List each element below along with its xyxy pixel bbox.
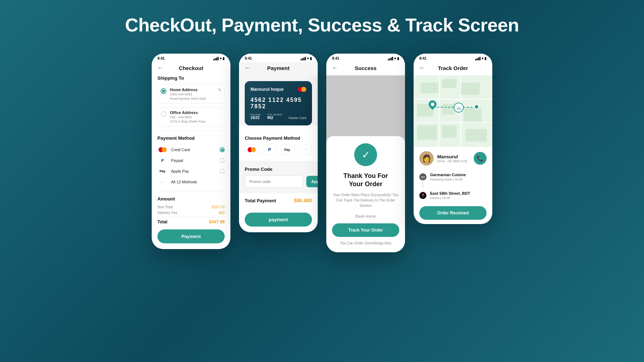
call-button[interactable]: 📞 [474, 152, 487, 165]
payment-method-applepay[interactable]: Pay Apple Pay [157, 166, 225, 177]
payment-btn-more[interactable]: ··· [298, 144, 312, 155]
battery-icon: ▮ [223, 56, 225, 60]
page-title: CheckOut, Payment, Success & Track Scree… [125, 14, 519, 36]
card-cvc-label: CVC Number [267, 113, 282, 116]
signal-icon-success [388, 57, 393, 60]
success-check-icon: ✓ [354, 143, 377, 166]
payment-btn-mastercard[interactable] [245, 144, 259, 155]
back-button-checkout[interactable]: ← [157, 65, 163, 71]
home-address-radio[interactable] [161, 88, 166, 94]
payment-method-label: Payment Method [157, 135, 225, 141]
mc-yellow-circle [162, 147, 167, 152]
delivery-fee-value: $80 [219, 211, 225, 215]
dots-icon-checkout: ··· [157, 179, 167, 185]
success-screen: 9:41 ▾ ▮ ← Success ✓ Than [326, 54, 405, 252]
success-description: Your Order Been Place Successfully! You … [332, 192, 399, 208]
stop-2-icon: 📍 [419, 192, 426, 199]
road-v1 [439, 75, 440, 147]
stop-1-name: Garmanian Cuisine [430, 173, 466, 177]
promo-input-row: Apply [245, 175, 312, 188]
track-header: ← Track Order [414, 62, 492, 75]
restaurant-icon: 🍽 [421, 175, 425, 179]
signal-icon-payment [301, 57, 306, 60]
office-address-radio[interactable] [161, 111, 166, 117]
paypal-logo: P [161, 158, 164, 163]
creditcard-radio[interactable] [220, 147, 225, 152]
back-button-track[interactable]: ← [419, 65, 425, 71]
mastercard-icon [158, 147, 167, 152]
applepay-method-icon: Pay [284, 148, 290, 152]
paypal-label: Paypal [171, 158, 216, 163]
paypal-radio[interactable] [220, 158, 225, 163]
applepay-radio[interactable] [220, 169, 225, 174]
card-number: 4562 1122 4595 7852 [250, 97, 306, 110]
home-address-title: Home Address [170, 88, 214, 92]
card-cvc: CVC Number 962 [267, 113, 282, 120]
stop-1-icon: 🍽 [419, 173, 426, 180]
payment-method-paypal[interactable]: P Paypal [157, 155, 225, 166]
checkout-content: Shipping To Home Address (285) 444-0653 … [152, 75, 230, 249]
signal-icon-track [475, 57, 480, 60]
battery-icon-track: ▮ [484, 56, 487, 60]
item-total-value: $367.65 [212, 205, 225, 209]
driver-details: Mansurul Drive - AD 4856 AUE [437, 154, 467, 163]
payment-method-creditcard[interactable]: Credi Card [157, 144, 225, 155]
office-address-phone: 256 - 444-8803 [170, 115, 221, 119]
back-home-link[interactable]: Back Home [332, 214, 399, 218]
driver-name: Mansurul [437, 154, 467, 159]
wifi-icon-payment: ▾ [307, 56, 309, 60]
order-received-button[interactable]: Order Received [419, 206, 487, 220]
divider-2 [157, 192, 225, 192]
choose-payment-section: Choose Payment Method P Pay ··· [239, 130, 318, 161]
map-block-1 [421, 83, 439, 93]
card-cvc-value: 962 [267, 116, 282, 120]
status-icons: ▾ ▮ [213, 56, 225, 60]
payment-btn-paypal[interactable]: P [263, 144, 277, 155]
stop-1-info: Garmanian Cuisine Houseing State | 16:40 [430, 173, 466, 181]
card-mc-yellow [301, 87, 306, 92]
map-block-7 [417, 125, 437, 140]
payment-method-all[interactable]: ··· All 12 Methods › [157, 177, 225, 187]
dots-icon: ··· [159, 179, 166, 185]
stop-line-1 [423, 180, 423, 188]
all-methods-label: All 12 Methods [171, 180, 220, 184]
total-row: Total $447.99 [157, 217, 225, 224]
battery-icon-payment: ▮ [310, 56, 312, 60]
total-payment-row: Total Payment $86.680 [239, 193, 318, 208]
card-type: Master Card [288, 116, 306, 120]
payment-button[interactable]: payment [245, 213, 312, 227]
map-block-9 [465, 129, 487, 142]
track-info: 👩 Mansurul Drive - AD 4856 AUE 📞 🍽 [414, 147, 492, 224]
promo-input[interactable] [245, 175, 303, 188]
checkout-header: ← Checkout [152, 62, 230, 75]
apply-button[interactable]: Apply [306, 176, 318, 187]
success-title: Success [355, 65, 377, 71]
card-footer: Exp Date 10/23 CVC Number 962 Master Car… [250, 113, 306, 120]
driver-info: 👩 Mansurul Drive - AD 4856 AUE [419, 151, 467, 165]
back-button-payment[interactable]: ← [245, 65, 250, 71]
road-h1 [414, 99, 492, 100]
total-payment-label: Total Payment [245, 198, 276, 203]
payment-btn-applepay[interactable]: Pay [280, 144, 294, 155]
status-time-checkout: 9:41 [157, 56, 165, 60]
card-mastercard-icon [298, 87, 306, 92]
card-visual: Mansurul hoque 4562 1122 4595 7852 Exp D… [245, 81, 312, 125]
back-button-success[interactable]: ← [332, 65, 338, 71]
driver-car: Drive - AD 4856 AUE [437, 159, 467, 163]
applepay-label: Apple Pay [171, 169, 216, 173]
battery-icon-success: ▮ [397, 56, 399, 60]
driver-avatar: 👩 [419, 151, 434, 165]
map-destination-dot [474, 104, 479, 110]
wifi-icon-success: ▾ [394, 56, 396, 60]
office-address-item[interactable]: Office Address 256 - 444-8803 1578 H Blo… [157, 107, 225, 127]
card-holder-name: Mansurul hoque [250, 87, 284, 92]
office-address-title: Office Address [170, 110, 221, 115]
edit-icon[interactable]: ✎ [218, 88, 221, 93]
map-start-pin [429, 100, 436, 108]
checkout-payment-button[interactable]: Payment [157, 229, 225, 243]
home-address-item[interactable]: Home Address (285) 444-0653 Road Number … [157, 84, 225, 104]
office-address-text: Office Address 256 - 444-8803 1578 H Blo… [170, 110, 221, 123]
applepay-logo: Pay [160, 169, 165, 173]
track-order-button[interactable]: Track Your Order [332, 223, 399, 237]
total-label: Total [157, 219, 167, 224]
